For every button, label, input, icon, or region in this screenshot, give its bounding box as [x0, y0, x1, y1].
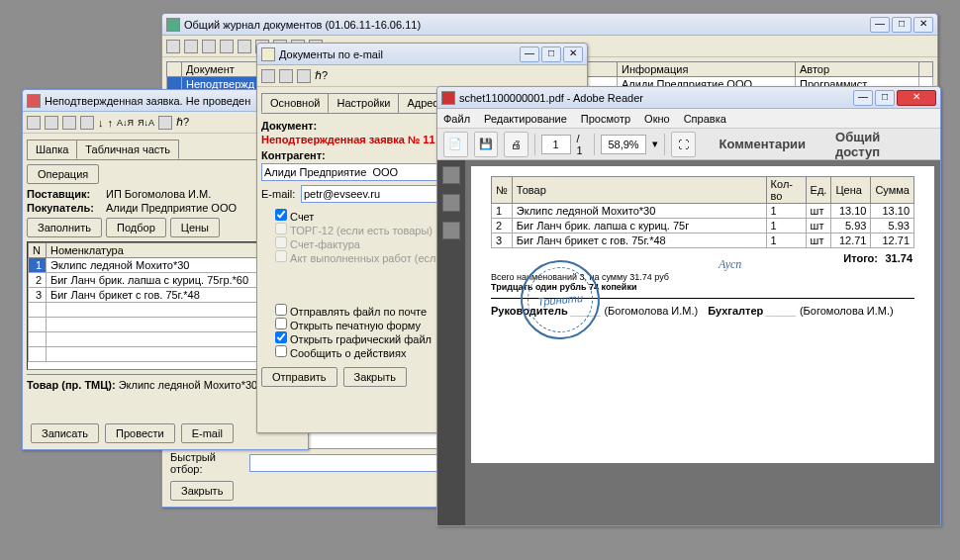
tool-icon[interactable] — [80, 116, 94, 130]
signature-icon: Aycn — [719, 257, 741, 272]
titlebar[interactable]: Документы по e-mail — □ ✕ — [257, 44, 587, 65]
footer-label: Товар (пр. ТМЦ): — [27, 379, 116, 391]
tab-table[interactable]: Табличная часть — [76, 140, 179, 159]
window-title: schet1100000001.pdf - Adobe Reader — [459, 92, 853, 104]
doc-icon — [27, 94, 41, 108]
prices-button[interactable]: Цены — [170, 218, 220, 237]
print-icon[interactable]: 🖨 — [504, 132, 528, 157]
chk-sf — [275, 236, 287, 248]
maximize-button[interactable]: □ — [875, 90, 895, 106]
col-author[interactable]: Автор — [796, 62, 919, 77]
chk-report[interactable] — [275, 345, 287, 357]
chk-graph[interactable] — [275, 331, 287, 343]
toolbar: ℏ? — [257, 65, 587, 87]
footer-value: Эклипс ледяной Мохито*30 — [119, 379, 257, 391]
fill-button[interactable]: Заполнить — [27, 218, 102, 237]
help-icon[interactable]: ℏ? — [176, 116, 189, 129]
pdf-icon — [441, 91, 455, 105]
post-button[interactable]: Провести — [105, 423, 175, 443]
close-button[interactable]: ✕ — [897, 90, 936, 106]
supplier-label: Поставщик: — [27, 188, 106, 200]
maximize-button[interactable]: □ — [892, 17, 912, 33]
page-total: / 1 — [577, 133, 588, 156]
help-icon[interactable]: ℏ? — [315, 69, 328, 82]
zoom-dropdown-icon[interactable]: ▾ — [652, 138, 658, 150]
menu-edit[interactable]: Редактирование — [484, 113, 567, 125]
minimize-button[interactable]: — — [853, 90, 873, 106]
tool-icon[interactable] — [261, 69, 275, 83]
save-button[interactable]: Записать — [31, 423, 99, 443]
chk-akt — [275, 250, 287, 262]
stamp-icon: Тринити — [518, 257, 604, 343]
tab-header[interactable]: Шапка — [27, 140, 77, 159]
document-viewport[interactable]: № Товар Кол-во Ед. Цена Сумма 1Эклипс ле… — [465, 160, 940, 525]
email-button[interactable]: E-mail — [181, 423, 234, 443]
tool-icon[interactable] — [202, 40, 216, 53]
sort-za-icon[interactable]: Я↓A — [138, 118, 154, 128]
window-title: Общий журнал документов (01.06.11-16.06.… — [184, 19, 870, 31]
col-info[interactable]: Информация — [618, 62, 796, 77]
tab-settings[interactable]: Настройки — [328, 93, 399, 113]
menu-window[interactable]: Окно — [644, 113, 670, 125]
page-current[interactable] — [541, 135, 571, 154]
chk-torg — [275, 223, 287, 234]
window-title: Документы по e-mail — [279, 48, 520, 60]
close-button[interactable]: ✕ — [913, 17, 933, 33]
bookmarks-icon[interactable] — [442, 194, 460, 212]
arrow-down-icon[interactable]: ↓ — [98, 117, 104, 129]
titlebar[interactable]: Общий журнал документов (01.06.11-16.06.… — [162, 14, 937, 36]
email-label: E-mail: — [261, 188, 301, 200]
buyer: Алиди Предприятие ООО — [106, 202, 237, 214]
app-icon — [166, 18, 180, 32]
tool-icon[interactable] — [220, 40, 234, 53]
tool-icon[interactable] — [184, 40, 198, 53]
send-button[interactable]: Отправить — [261, 367, 337, 387]
buyer-label: Покупатель: — [27, 202, 106, 214]
menu-file[interactable]: Файл — [443, 113, 470, 125]
tool-icon[interactable] — [27, 116, 41, 130]
close-button[interactable]: ✕ — [563, 47, 583, 62]
minimize-button[interactable]: — — [520, 47, 539, 62]
zoom-input[interactable] — [601, 135, 646, 154]
chk-print[interactable] — [275, 318, 287, 329]
thumbnails-icon[interactable] — [442, 166, 460, 184]
tool-icon[interactable] — [238, 40, 251, 53]
tool-icon[interactable] — [62, 116, 76, 130]
attachments-icon[interactable] — [442, 222, 460, 239]
adobe-reader-window: schet1100000001.pdf - Adobe Reader — □ ✕… — [436, 86, 941, 526]
pdf-page: № Товар Кол-во Ед. Цена Сумма 1Эклипс ле… — [471, 166, 934, 463]
open-icon[interactable]: 📄 — [443, 132, 468, 157]
share-button[interactable]: Общий доступ — [823, 126, 934, 163]
sidebar — [437, 160, 465, 525]
invoice-table: № Товар Кол-во Ед. Цена Сумма 1Эклипс ле… — [491, 176, 914, 248]
filter-label: Быстрый отбор: — [170, 451, 249, 475]
tool-icon[interactable] — [45, 116, 58, 130]
arrow-up-icon[interactable]: ↑ — [108, 117, 114, 129]
tool-icon[interactable] — [297, 69, 311, 83]
tool-icon[interactable] — [279, 69, 293, 83]
supplier: ИП Богомолова И.М. — [106, 188, 211, 200]
tab-main[interactable]: Основной — [261, 93, 329, 113]
sort-az-icon[interactable]: A↓Я — [117, 118, 134, 128]
chk-mail[interactable] — [275, 304, 287, 316]
operation-button[interactable]: Операция — [27, 164, 99, 184]
tool-icon[interactable] — [166, 40, 180, 53]
menu-view[interactable]: Просмотр — [581, 113, 630, 125]
maximize-button[interactable]: □ — [541, 47, 561, 62]
minimize-button[interactable]: — — [870, 17, 890, 33]
save-icon[interactable]: 💾 — [474, 132, 499, 157]
tool-icon[interactable] — [158, 116, 172, 130]
menu-help[interactable]: Справка — [684, 113, 726, 125]
comments-button[interactable]: Комментарии — [708, 133, 818, 155]
toolbar: 📄 💾 🖨 / 1 ▾ ⛶ Комментарии Общий доступ — [437, 129, 940, 160]
titlebar[interactable]: schet1100000001.pdf - Adobe Reader — □ ✕ — [437, 87, 940, 109]
mail-icon — [261, 47, 275, 61]
fullscreen-icon[interactable]: ⛶ — [671, 132, 696, 157]
chk-schet[interactable] — [275, 209, 287, 221]
close-button[interactable]: Закрыть — [343, 367, 407, 387]
close-button[interactable]: Закрыть — [170, 481, 234, 501]
pick-button[interactable]: Подбор — [106, 218, 166, 237]
